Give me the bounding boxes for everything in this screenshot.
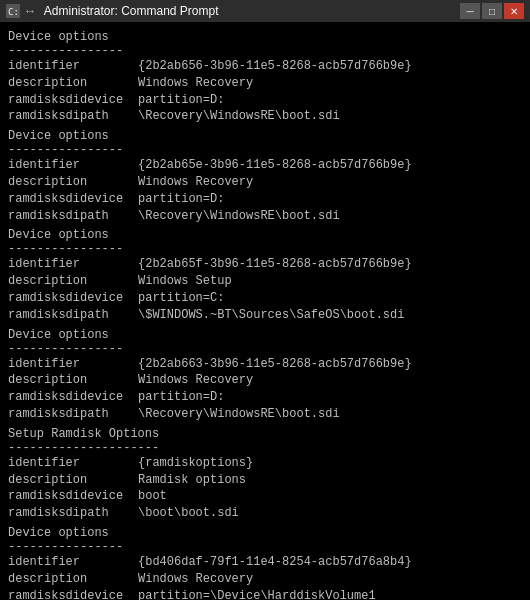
entry-row: ramdisksdipath\$WINDOWS.~BT\Sources\Safe…: [8, 307, 522, 324]
section-divider: ----------------: [8, 342, 522, 356]
entry-row: identifier{2b2ab656-3b96-11e5-8268-acb57…: [8, 58, 522, 75]
section-heading: Device options: [8, 129, 522, 143]
title-bar-title: Administrator: Command Prompt: [44, 4, 219, 18]
entry-value: partition=D:: [138, 92, 522, 109]
entry-key: ramdisksdipath: [8, 307, 138, 324]
section-divider: ----------------: [8, 143, 522, 157]
entry-value: Windows Recovery: [138, 174, 522, 191]
entry-value: \Recovery\WindowsRE\boot.sdi: [138, 108, 522, 125]
minimize-button[interactable]: ─: [460, 3, 480, 19]
section-divider: ---------------------: [8, 441, 522, 455]
entry-row: ramdisksdidevicepartition=D:: [8, 191, 522, 208]
entry-value: {2b2ab663-3b96-11e5-8268-acb57d766b9e}: [138, 356, 522, 373]
entry-row: identifier{2b2ab65e-3b96-11e5-8268-acb57…: [8, 157, 522, 174]
terminal-content: Device options----------------identifier…: [0, 22, 530, 600]
entry-value: {bd406daf-79f1-11e4-8254-acb57d76a8b4}: [138, 554, 522, 571]
maximize-button[interactable]: □: [482, 3, 502, 19]
entry-value: \Recovery\WindowsRE\boot.sdi: [138, 406, 522, 423]
entry-key: description: [8, 472, 138, 489]
entry-row: identifier{ramdiskoptions}: [8, 455, 522, 472]
section-section1: Device options----------------identifier…: [8, 30, 522, 125]
entry-key: identifier: [8, 356, 138, 373]
section-heading: Device options: [8, 228, 522, 242]
entry-row: descriptionWindows Recovery: [8, 174, 522, 191]
entry-value: partition=D:: [138, 389, 522, 406]
entry-row: ramdisksdidevicepartition=C:: [8, 290, 522, 307]
section-heading: Setup Ramdisk Options: [8, 427, 522, 441]
entry-row: identifier{2b2ab65f-3b96-11e5-8268-acb57…: [8, 256, 522, 273]
section-section6: Device options----------------identifier…: [8, 526, 522, 600]
entry-key: identifier: [8, 455, 138, 472]
entry-value: {2b2ab65f-3b96-11e5-8268-acb57d766b9e}: [138, 256, 522, 273]
entry-row: ramdisksdipath\Recovery\WindowsRE\boot.s…: [8, 208, 522, 225]
entry-value: Windows Recovery: [138, 372, 522, 389]
section-section2: Device options----------------identifier…: [8, 129, 522, 224]
entry-row: ramdisksdidevicepartition=D:: [8, 389, 522, 406]
section-divider: ----------------: [8, 242, 522, 256]
section-heading: Device options: [8, 30, 522, 44]
entry-value: boot: [138, 488, 522, 505]
entry-row: ramdisksdideviceboot: [8, 488, 522, 505]
entry-value: {ramdiskoptions}: [138, 455, 522, 472]
entry-value: Windows Setup: [138, 273, 522, 290]
entry-row: descriptionWindows Setup: [8, 273, 522, 290]
entry-value: partition=C:: [138, 290, 522, 307]
entry-key: description: [8, 273, 138, 290]
entry-key: identifier: [8, 157, 138, 174]
entry-key: ramdisksdidevice: [8, 588, 138, 600]
close-button[interactable]: ✕: [504, 3, 524, 19]
entry-value: {2b2ab656-3b96-11e5-8268-acb57d766b9e}: [138, 58, 522, 75]
entry-key: ramdisksdipath: [8, 505, 138, 522]
entry-key: ramdisksdipath: [8, 406, 138, 423]
title-bar: C: ↔ Administrator: Command Prompt ─ □ ✕: [0, 0, 530, 22]
entry-key: ramdisksdidevice: [8, 488, 138, 505]
entry-value: Windows Recovery: [138, 75, 522, 92]
entry-key: identifier: [8, 256, 138, 273]
entry-row: ramdisksdidevicepartition=\Device\Harddi…: [8, 588, 522, 600]
section-divider: ----------------: [8, 44, 522, 58]
entry-key: description: [8, 372, 138, 389]
entry-key: identifier: [8, 554, 138, 571]
entry-key: ramdisksdipath: [8, 208, 138, 225]
entry-value: \$WINDOWS.~BT\Sources\SafeOS\boot.sdi: [138, 307, 522, 324]
entry-key: description: [8, 75, 138, 92]
entry-key: ramdisksdidevice: [8, 389, 138, 406]
entry-row: identifier{2b2ab663-3b96-11e5-8268-acb57…: [8, 356, 522, 373]
entry-value: partition=D:: [138, 191, 522, 208]
entry-row: ramdisksdipath\Recovery\WindowsRE\boot.s…: [8, 406, 522, 423]
entry-row: ramdisksdidevicepartition=D:: [8, 92, 522, 109]
entry-key: description: [8, 174, 138, 191]
entry-key: ramdisksdidevice: [8, 92, 138, 109]
section-section4: Device options----------------identifier…: [8, 328, 522, 423]
svg-text:C:: C:: [8, 7, 19, 17]
entry-value: \Recovery\WindowsRE\boot.sdi: [138, 208, 522, 225]
entry-key: ramdisksdipath: [8, 108, 138, 125]
entry-value: partition=\Device\HarddiskVolume1: [138, 588, 522, 600]
entry-value: \boot\boot.sdi: [138, 505, 522, 522]
entry-value: {2b2ab65e-3b96-11e5-8268-acb57d766b9e}: [138, 157, 522, 174]
entry-row: ramdisksdipath\Recovery\WindowsRE\boot.s…: [8, 108, 522, 125]
entry-row: identifier{bd406daf-79f1-11e4-8254-acb57…: [8, 554, 522, 571]
entry-value: Windows Recovery: [138, 571, 522, 588]
section-heading: Device options: [8, 526, 522, 540]
title-bar-icon: C:: [6, 4, 20, 18]
section-divider: ----------------: [8, 540, 522, 554]
entry-row: descriptionWindows Recovery: [8, 372, 522, 389]
entry-key: ramdisksdidevice: [8, 290, 138, 307]
entry-key: description: [8, 571, 138, 588]
section-section5: Setup Ramdisk Options-------------------…: [8, 427, 522, 522]
entry-row: ramdisksdipath\boot\boot.sdi: [8, 505, 522, 522]
entry-row: descriptionWindows Recovery: [8, 571, 522, 588]
section-heading: Device options: [8, 328, 522, 342]
entry-key: ramdisksdidevice: [8, 191, 138, 208]
section-section3: Device options----------------identifier…: [8, 228, 522, 323]
entry-row: descriptionRamdisk options: [8, 472, 522, 489]
entry-row: descriptionWindows Recovery: [8, 75, 522, 92]
resize-icon: ↔: [26, 4, 34, 19]
entry-key: identifier: [8, 58, 138, 75]
entry-value: Ramdisk options: [138, 472, 522, 489]
